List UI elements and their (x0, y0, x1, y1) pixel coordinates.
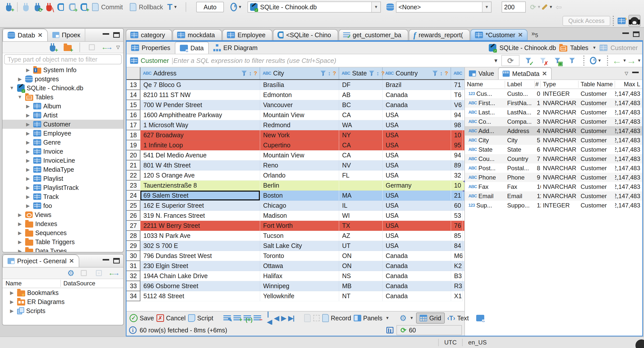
column-header-state[interactable]: ABC State ↕? (339, 67, 383, 79)
tree-item[interactable]: ▶ Album (3, 102, 123, 111)
save-filter-icon[interactable]: ▣ (552, 55, 563, 66)
address-cell[interactable]: 1033 N Park Ave (140, 231, 260, 241)
expander-icon[interactable]: ▶ (25, 149, 31, 154)
tree-item[interactable]: ▶ Customer (3, 120, 123, 129)
row-number-cell[interactable]: 29 (127, 241, 140, 251)
column-header-name[interactable]: Name (465, 81, 505, 88)
column-name-cell[interactable]: 123Cus... (465, 90, 505, 97)
max-length-cell[interactable]: 2,147,483 (615, 183, 642, 190)
connection-combo[interactable]: SQLite - Chinook.db ▼ (248, 2, 381, 13)
postal-cell[interactable]: 53 (451, 211, 463, 221)
address-cell[interactable]: 162 E Superior Street (140, 201, 260, 211)
address-cell[interactable]: Qe 7 Bloco G (140, 80, 260, 90)
expander-icon[interactable]: ▶ (17, 212, 23, 218)
postal-cell[interactable]: 89 (451, 160, 463, 170)
last-row-icon[interactable]: ▶| (288, 314, 294, 322)
table-name-cell[interactable]: Customer (579, 90, 615, 97)
timezone-indicator[interactable]: UTC (438, 339, 462, 346)
column-name-cell[interactable]: ABCCity (465, 137, 505, 144)
filter-icon[interactable] (432, 71, 438, 76)
postal-cell[interactable]: V6 (451, 100, 463, 110)
postal-cell[interactable]: 98 (451, 120, 463, 130)
type-cell[interactable]: NVARCHAR (541, 137, 579, 144)
row-number-cell[interactable]: 22 (127, 170, 140, 181)
fetch-count-box[interactable]: ⟳ 60 (396, 325, 462, 335)
label-cell[interactable]: Compa... (505, 118, 535, 125)
editor-tab[interactable]: f rewards_report( (409, 29, 470, 40)
sort-icon[interactable]: ↕ (328, 70, 331, 77)
new-folder-icon[interactable]: + (62, 41, 73, 53)
metadata-row[interactable]: 123Cus... Custo... 0 INTEGER Customer 2,… (465, 89, 642, 98)
expander-icon[interactable]: ▶ (17, 230, 23, 236)
tree-item[interactable]: ▶ MediaType (3, 165, 123, 174)
row-number-cell[interactable]: 34 (127, 291, 140, 301)
city-cell[interactable]: Cupertino (260, 140, 339, 150)
country-cell[interactable]: USA (383, 191, 451, 201)
max-length-cell[interactable]: 2,147,483 (615, 202, 642, 209)
tab-database-navigator[interactable]: Datab ✕ (3, 29, 48, 41)
type-cell[interactable]: NVARCHAR (541, 183, 579, 190)
country-cell[interactable]: Canada (383, 261, 451, 271)
state-cell[interactable]: MA (339, 191, 383, 201)
edit-row-icon[interactable]: ✎ (223, 315, 231, 321)
state-cell[interactable]: ON (339, 261, 383, 271)
city-cell[interactable]: Fort Worth (260, 221, 339, 231)
state-cell[interactable]: WA (339, 120, 383, 130)
column-header-type[interactable]: Type (541, 81, 579, 88)
tree-item[interactable]: ▶ Track (3, 192, 123, 201)
max-length-cell[interactable]: 2,147,483 (615, 174, 642, 181)
max-length-cell[interactable]: 2,147,483 (615, 193, 642, 200)
next-page-icon[interactable]: →▼ (628, 55, 640, 66)
country-cell[interactable]: Canada (383, 100, 451, 110)
value-view-icon[interactable] (476, 315, 484, 321)
metadata-row[interactable]: 123Sup... Suppo... 12 INTEGER Customer 2… (465, 201, 642, 210)
postal-cell[interactable]: T6 (451, 90, 463, 100)
tree-item[interactable]: ▼ Tables (3, 93, 123, 102)
tree-item[interactable]: ▶ Bookmarks (3, 288, 123, 297)
ordinal-cell[interactable]: 4 (535, 127, 541, 135)
tab-overflow-chevron[interactable]: »5 (528, 30, 542, 39)
row-number-cell[interactable]: 33 (127, 281, 140, 291)
maximize-icon[interactable] (633, 31, 639, 37)
dbeaver-perspective-icon[interactable] (628, 15, 640, 27)
country-cell[interactable]: USA (383, 140, 451, 150)
ordinal-cell[interactable]: 3 (535, 118, 541, 125)
column-name-cell[interactable]: ABCFirst... (465, 100, 505, 107)
address-cell[interactable]: 8210 111 ST NW (140, 90, 260, 100)
row-number-cell[interactable]: 25 (127, 201, 140, 211)
collapse-all-icon[interactable] (86, 41, 98, 53)
type-cell[interactable]: NVARCHAR (541, 174, 579, 181)
expander-icon[interactable]: ▶ (25, 158, 31, 163)
state-cell[interactable]: DF (339, 80, 383, 90)
breadcrumb-tables[interactable]: Tables (570, 44, 588, 52)
state-cell[interactable]: NY (339, 130, 383, 140)
column-header-table-name[interactable]: Table Name (579, 81, 615, 88)
commit-icon[interactable] (90, 1, 101, 13)
expander-icon[interactable]: ▶ (25, 121, 31, 127)
row-number-cell[interactable]: 17 (127, 120, 140, 130)
label-cell[interactable]: Postal... (505, 165, 535, 172)
editor-tab[interactable]: get_customer_ba (339, 29, 408, 40)
tree-item[interactable]: ▶ Indexes (3, 219, 123, 228)
custom-filter-icon[interactable] (566, 55, 578, 66)
metadata-row[interactable]: ABCPhone Phone 9 NVARCHAR Customer 2,147… (465, 173, 642, 182)
add-row-icon[interactable]: + (233, 315, 241, 321)
address-cell[interactable]: 69 Salem Street (140, 191, 260, 201)
country-cell[interactable]: Canada (383, 90, 451, 100)
address-cell[interactable]: 1600 Amphitheatre Parkway (140, 110, 260, 120)
row-number-cell[interactable]: 26 (127, 211, 140, 221)
address-cell[interactable]: 541 Del Medio Avenue (140, 150, 260, 160)
city-cell[interactable]: Yellowknife (260, 291, 339, 301)
filter-icon[interactable] (320, 71, 326, 76)
refresh-button[interactable]: ⟳ (501, 55, 519, 66)
max-length-cell[interactable]: 2,147,483 (615, 109, 642, 116)
fetch-all-icon[interactable] (313, 312, 320, 324)
city-cell[interactable]: Brasília (260, 80, 339, 90)
close-icon[interactable]: ✕ (542, 70, 547, 77)
sort-icon[interactable]: ↕ (440, 70, 443, 77)
city-cell[interactable]: Orlando (260, 170, 339, 181)
sql-editor-icon[interactable] (55, 1, 66, 13)
max-length-cell[interactable]: 2,147,483 (615, 155, 642, 162)
state-cell[interactable]: FL (339, 170, 383, 181)
save-button[interactable]: ✓Save (130, 314, 154, 322)
